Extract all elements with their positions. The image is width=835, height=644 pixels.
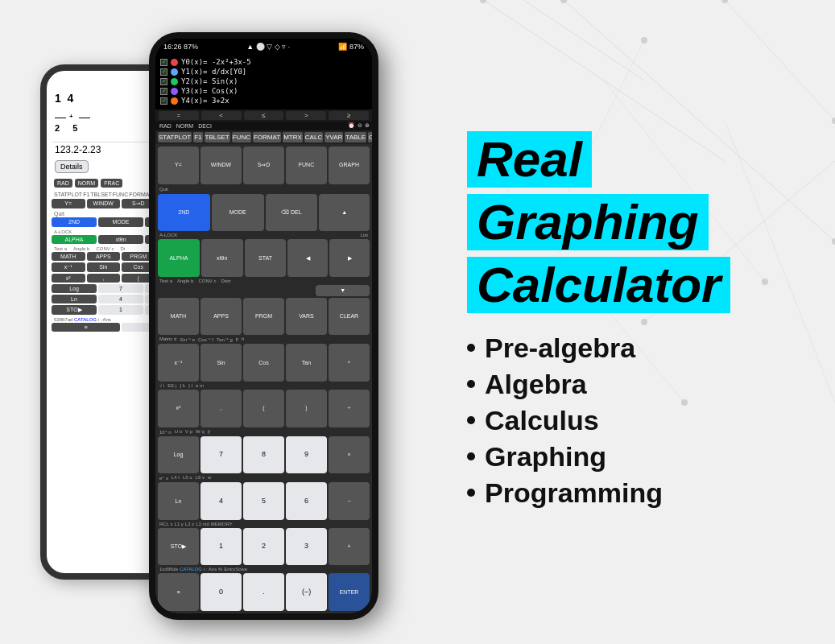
status-icons: ▲ ⚪ ▽ ◇ ▿ · <box>246 43 290 51</box>
back-frac-button[interactable]: FRAC <box>101 179 122 188</box>
menu-rad[interactable]: RAD <box>158 122 173 130</box>
back-key-sto[interactable]: STO▶ <box>52 305 97 315</box>
key-sod[interactable]: S⇒D <box>243 147 284 184</box>
func-tblset[interactable]: TBLSET <box>205 132 230 142</box>
key-0[interactable]: 0 <box>200 573 242 611</box>
back-key-alpha[interactable]: ALPHA <box>52 235 97 244</box>
key-3[interactable]: 3 <box>286 528 327 566</box>
key-vars[interactable]: VARS <box>286 298 327 336</box>
key-log[interactable]: Log <box>158 436 199 474</box>
key-cos[interactable]: Cos <box>243 344 284 382</box>
key-windw[interactable]: WINDW <box>200 147 242 184</box>
eq-checkbox-4[interactable]: ✓ <box>160 97 167 105</box>
back-rad-button[interactable]: RAD <box>54 179 72 188</box>
key-prgm[interactable]: PRGM <box>243 298 284 336</box>
key-div[interactable]: ÷ <box>329 390 370 427</box>
eq-checkbox-1[interactable]: ✓ <box>160 68 167 76</box>
key-comma[interactable]: , <box>200 390 242 427</box>
key-menu[interactable]: ≡ <box>158 573 199 611</box>
key-xinv[interactable]: x⁻¹ <box>158 344 199 382</box>
back-key-2nd[interactable]: 2ND <box>52 217 97 227</box>
menu-norm[interactable]: NORM <box>175 122 195 130</box>
key-del[interactable]: ⌫ DEL <box>266 194 318 232</box>
right-arrow: ▶ <box>329 239 370 277</box>
key-down[interactable]: ▼ <box>316 285 370 296</box>
key-plus[interactable]: + <box>329 528 370 566</box>
key-xsq[interactable]: x² <box>158 390 199 427</box>
func-format[interactable]: FORMAT <box>253 132 281 142</box>
key-6[interactable]: 6 <box>286 482 327 520</box>
key-5[interactable]: 5 <box>243 482 284 520</box>
key-alpha[interactable]: ALPHA <box>158 239 200 277</box>
back-key-apps[interactable]: APPS <box>87 252 121 261</box>
key-ln[interactable]: Ln <box>158 482 199 520</box>
key-9[interactable]: 9 <box>286 436 327 474</box>
func-table[interactable]: TABLE <box>345 132 366 142</box>
eq-row-0: ✓ Y0(x)= -2x²+3x-5 <box>160 58 367 66</box>
key-stat[interactable]: STAT <box>245 239 287 277</box>
func-const[interactable]: CONST <box>368 132 378 142</box>
eq-checkbox-2[interactable]: ✓ <box>160 78 167 85</box>
func-calc[interactable]: CALC <box>304 132 323 142</box>
key-left[interactable]: ◀ <box>287 239 328 277</box>
key-yequals[interactable]: Y= <box>158 147 199 184</box>
back-key-xinv[interactable]: x⁻¹ <box>52 262 85 272</box>
back-key-menu[interactable]: ≡ <box>52 323 120 332</box>
key-graph[interactable]: GRAPH <box>329 147 370 184</box>
back-norm-button[interactable]: NORM <box>75 179 98 188</box>
back-details-button[interactable]: Details <box>55 160 89 173</box>
back-key-7[interactable]: 7 <box>98 284 143 293</box>
func-mtrx[interactable]: MTRX <box>283 132 303 142</box>
key-1[interactable]: 1 <box>200 528 242 566</box>
back-key-mode[interactable]: MODE <box>98 217 143 227</box>
eq-checkbox-3[interactable]: ✓ <box>160 88 167 95</box>
key-sto[interactable]: STO▶ <box>158 528 199 566</box>
key-dot[interactable]: . <box>243 573 284 611</box>
key-2[interactable]: 2 <box>243 528 284 566</box>
minus-circle-icon: ⊖ <box>358 122 362 130</box>
eq-checkbox-0[interactable]: ✓ <box>160 59 167 66</box>
key-mode[interactable]: MODE <box>212 194 264 232</box>
func-statplot[interactable]: STATPLOT <box>158 132 192 142</box>
back-key-xtn[interactable]: xtθn <box>98 235 143 244</box>
func-func[interactable]: FUNC <box>232 132 251 142</box>
key-right[interactable]: ▶ <box>329 239 370 277</box>
key-rparen[interactable]: ) <box>286 390 327 427</box>
key-math[interactable]: MATH <box>158 298 199 336</box>
op-le[interactable]: ≤ <box>244 111 284 120</box>
key-up[interactable]: ▲ <box>319 194 370 232</box>
key-xtn[interactable]: xtθn <box>201 239 243 277</box>
key-lparen[interactable]: ( <box>243 390 284 427</box>
back-key-comma[interactable]: , <box>87 274 121 283</box>
back-key-sin[interactable]: Sin <box>87 262 121 272</box>
menu-deci[interactable]: DECI <box>196 122 213 130</box>
key-times[interactable]: × <box>329 436 370 474</box>
back-key-1[interactable]: 1 <box>98 305 143 315</box>
func-yvar[interactable]: YVAR <box>324 132 343 142</box>
back-key-log[interactable]: Log <box>52 284 97 293</box>
key-enter[interactable]: ENTER <box>329 573 370 611</box>
op-eq[interactable]: = <box>159 111 199 120</box>
key-2nd[interactable]: 2ND <box>158 194 210 232</box>
back-key-windw[interactable]: WINDW <box>87 199 121 208</box>
key-caret[interactable]: ^ <box>329 344 370 382</box>
key-apps[interactable]: APPS <box>200 298 242 336</box>
key-clear[interactable]: CLEAR <box>329 298 370 336</box>
back-key-y[interactable]: Y= <box>52 199 85 208</box>
key-4[interactable]: 4 <box>200 482 242 520</box>
key-sin[interactable]: Sin <box>200 344 242 382</box>
key-func[interactable]: FUNC <box>286 147 327 184</box>
func-f1[interactable]: F1 <box>193 132 202 142</box>
back-key-math[interactable]: MATH <box>52 252 85 261</box>
key-8[interactable]: 8 <box>243 436 284 474</box>
key-tan[interactable]: Tan <box>286 344 327 382</box>
key-minus[interactable]: − <box>329 482 370 520</box>
back-key-xsq[interactable]: x² <box>52 274 85 283</box>
op-ge[interactable]: ≥ <box>329 111 369 120</box>
op-lt[interactable]: < <box>201 111 242 120</box>
back-key-4[interactable]: 4 <box>98 295 143 303</box>
back-key-ln[interactable]: Ln <box>52 295 97 303</box>
key-7[interactable]: 7 <box>200 436 242 474</box>
key-negate[interactable]: (−) <box>286 573 327 611</box>
op-gt[interactable]: > <box>286 111 326 120</box>
